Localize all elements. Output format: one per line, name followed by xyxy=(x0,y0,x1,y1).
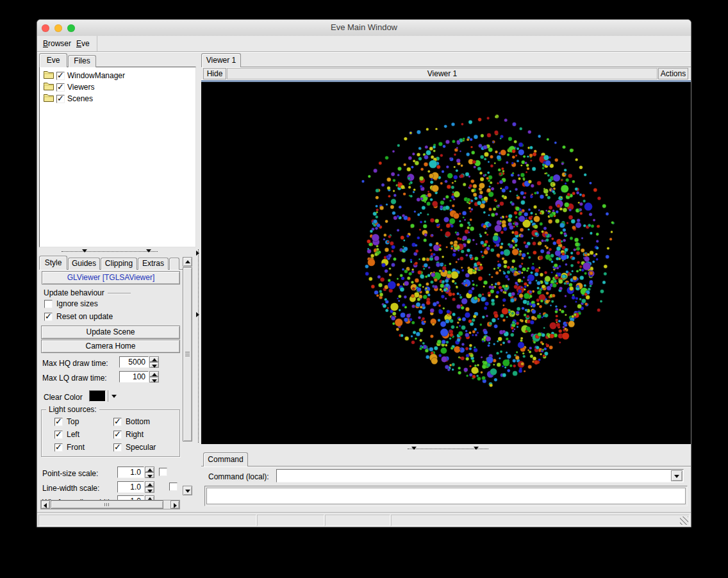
light-top-checkbox[interactable] xyxy=(54,418,63,426)
tab-clipping[interactable]: Clipping xyxy=(101,258,137,270)
spin-up-button[interactable] xyxy=(145,481,154,487)
light-specular-row[interactable]: Specular xyxy=(113,443,156,452)
actions-button[interactable]: Actions xyxy=(658,68,688,79)
max-lq-label: Max LQ draw time: xyxy=(42,374,107,383)
light-right-checkbox[interactable] xyxy=(113,431,122,439)
tree-item-viewers[interactable]: Viewers xyxy=(44,82,94,92)
tree-item-checkbox[interactable] xyxy=(56,95,65,103)
light-sources-title: Light sources: xyxy=(46,405,99,414)
scroll-up-button[interactable] xyxy=(183,257,192,267)
light-front-row[interactable]: Front xyxy=(54,443,85,452)
update-scene-button[interactable]: Update Scene xyxy=(41,326,180,339)
dropdown-arrow-icon xyxy=(112,395,117,398)
vertical-scroll-thumb[interactable] xyxy=(183,267,192,442)
splitter-chevron-icon[interactable] xyxy=(82,249,87,252)
point-size-checkbox[interactable] xyxy=(159,468,167,476)
command-output-area[interactable] xyxy=(206,488,686,504)
tab-viewer1-label: Viewer 1 xyxy=(206,56,236,65)
spin-down-button[interactable] xyxy=(145,487,154,493)
vertical-splitter[interactable] xyxy=(198,249,199,443)
scroll-down-button[interactable] xyxy=(183,486,192,495)
camera-home-label: Camera Home xyxy=(85,342,135,351)
menubar: Browser Eve xyxy=(37,36,691,52)
ignore-sizes-checkbox-row[interactable]: Ignore sizes xyxy=(44,299,98,308)
resize-grip[interactable] xyxy=(680,516,688,525)
menu-browser-hotkey: B xyxy=(43,39,48,48)
max-hq-value[interactable]: 5000 xyxy=(119,356,149,368)
scroll-left-button[interactable] xyxy=(41,500,50,509)
gl-viewport[interactable] xyxy=(201,82,691,444)
light-left-row[interactable]: Left xyxy=(54,430,79,439)
left-arrow-icon xyxy=(44,503,47,508)
max-lq-spin-buttons xyxy=(149,371,159,383)
light-specular-checkbox[interactable] xyxy=(113,443,122,452)
splitter-chevron-icon[interactable] xyxy=(146,249,151,252)
tree-item-checkbox[interactable] xyxy=(56,72,65,80)
tab-eve[interactable]: Eve xyxy=(39,53,67,67)
style-horizontal-scrollbar[interactable] xyxy=(40,500,180,509)
tab-viewer1[interactable]: Viewer 1 xyxy=(201,53,241,67)
clear-color-swatch[interactable] xyxy=(89,390,106,402)
max-hq-spinner[interactable]: 5000 xyxy=(119,356,159,368)
menu-eve[interactable]: Eve xyxy=(74,38,92,49)
tab-extras[interactable]: Extras xyxy=(138,258,169,270)
horizontal-scroll-thumb[interactable] xyxy=(51,500,163,509)
spin-up-button[interactable] xyxy=(145,467,154,472)
spin-down-button[interactable] xyxy=(149,362,159,368)
tab-files[interactable]: Files xyxy=(68,55,96,67)
point-size-spinner[interactable]: 1.0 xyxy=(117,467,154,478)
line-width-spin-buttons xyxy=(145,481,154,493)
clear-color-dropdown[interactable] xyxy=(108,390,119,402)
tab-command[interactable]: Command xyxy=(203,452,248,467)
glviewer-button[interactable]: GLViewer [TGLSAViewer] xyxy=(42,271,180,285)
command-combobox[interactable] xyxy=(276,469,684,483)
hide-button[interactable]: Hide xyxy=(203,68,226,79)
max-lq-value[interactable]: 100 xyxy=(119,371,149,383)
splitter-chevron-icon[interactable] xyxy=(196,312,199,317)
tab-style[interactable]: Style xyxy=(39,256,67,270)
menu-browser[interactable]: Browser xyxy=(40,38,74,49)
tab-command-label: Command xyxy=(208,455,243,464)
combobox-dropdown-button[interactable] xyxy=(671,470,682,481)
eve-main-window: Eve Main Window Browser Eve Eve Files Wi… xyxy=(37,19,691,527)
right-arrow-icon xyxy=(174,503,177,508)
light-top-row[interactable]: Top xyxy=(54,417,79,426)
down-arrow-icon xyxy=(185,490,190,493)
light-front-checkbox[interactable] xyxy=(54,443,63,452)
statusbar-cell xyxy=(257,515,324,526)
light-left-checkbox[interactable] xyxy=(54,431,63,439)
style-vertical-scrollbar[interactable] xyxy=(183,257,193,495)
reset-on-update-checkbox-row[interactable]: Reset on update xyxy=(44,312,113,321)
splitter-chevron-icon[interactable] xyxy=(196,251,199,256)
tree-item-checkbox[interactable] xyxy=(56,83,65,92)
point-size-value[interactable]: 1.0 xyxy=(117,467,144,478)
ignore-sizes-checkbox[interactable] xyxy=(44,300,53,308)
camera-home-button[interactable]: Camera Home xyxy=(41,340,180,353)
tab-guides[interactable]: Guides xyxy=(68,258,100,270)
reset-on-update-checkbox[interactable] xyxy=(44,313,53,321)
light-front-label: Front xyxy=(67,443,85,452)
light-bottom-label: Bottom xyxy=(126,417,150,426)
light-specular-label: Specular xyxy=(126,443,156,452)
light-right-row[interactable]: Right xyxy=(113,430,144,439)
spin-up-button[interactable] xyxy=(149,371,159,377)
spin-up-button[interactable] xyxy=(149,356,159,362)
window-titlebar[interactable]: Eve Main Window xyxy=(37,20,691,37)
line-width-checkbox[interactable] xyxy=(169,483,178,491)
line-width-label: Line-width scale: xyxy=(42,484,99,493)
light-bottom-checkbox[interactable] xyxy=(113,418,122,426)
left-horizontal-splitter[interactable] xyxy=(62,251,158,252)
spin-down-button[interactable] xyxy=(145,472,154,478)
line-width-spinner[interactable]: 1.0 xyxy=(117,481,154,493)
eve-tree-view[interactable]: WindowManager Viewers Scenes xyxy=(39,67,196,247)
max-lq-spinner[interactable]: 100 xyxy=(119,371,159,383)
spin-down-button[interactable] xyxy=(149,377,159,383)
viewer-title-bar[interactable]: Viewer 1 xyxy=(227,68,658,79)
tree-item-scenes[interactable]: Scenes xyxy=(44,94,93,104)
light-bottom-row[interactable]: Bottom xyxy=(113,417,150,426)
scroll-right-button[interactable] xyxy=(170,500,179,509)
splitter-chevron-icon[interactable] xyxy=(411,447,417,450)
tree-item-windowmanager[interactable]: WindowManager xyxy=(44,70,125,81)
line-width-value[interactable]: 1.0 xyxy=(117,481,144,493)
splitter-chevron-icon[interactable] xyxy=(474,447,479,450)
